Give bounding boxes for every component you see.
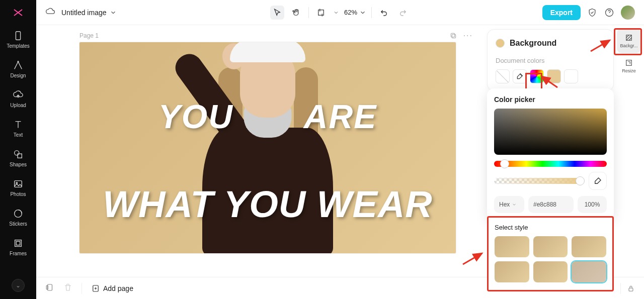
svg-rect-12 — [451, 33, 454, 37]
duplicate-icon[interactable] — [449, 32, 457, 40]
rail-label: Text — [14, 132, 23, 138]
svg-rect-11 — [452, 34, 455, 38]
rail-label: Upload — [10, 103, 26, 108]
lock-icon[interactable] — [627, 284, 635, 292]
style-option-6[interactable] — [572, 261, 606, 282]
svg-point-2 — [15, 151, 19, 155]
chevron-down-icon — [359, 9, 366, 16]
close-icon[interactable]: × — [600, 39, 605, 48]
swatch-color-picker[interactable] — [530, 69, 544, 83]
rail-label: Design — [10, 73, 26, 78]
rail-upload[interactable]: Upload — [0, 84, 36, 114]
chevron-down-icon[interactable] — [333, 10, 339, 16]
top-center-tools: 62% — [270, 6, 410, 20]
canvas-area: Page 1 ··· YOUARE WHAT YOU WEAR — [36, 25, 483, 277]
trash-icon[interactable] — [63, 283, 72, 294]
cloud-sync-icon[interactable] — [45, 7, 55, 19]
panel-title: Background — [510, 39, 556, 48]
undo-button[interactable] — [377, 6, 391, 20]
opacity-value[interactable]: 100% — [578, 196, 607, 213]
chevron-down-icon — [110, 9, 117, 16]
opacity-thumb[interactable] — [576, 176, 585, 185]
rail-photos[interactable]: Photos — [0, 173, 36, 203]
design-canvas[interactable]: YOUARE WHAT YOU WEAR — [79, 42, 456, 253]
style-option-5[interactable] — [533, 261, 568, 282]
separator — [371, 7, 372, 18]
rail-label: Stickers — [9, 221, 27, 227]
color-mode-select[interactable]: Hex — [494, 196, 524, 213]
current-color-swatch — [496, 39, 505, 48]
rail-label: Photos — [10, 191, 26, 197]
svg-rect-8 — [16, 241, 20, 245]
svg-rect-7 — [15, 240, 22, 247]
hue-slider[interactable] — [494, 161, 607, 167]
zoom-level[interactable]: 62% — [344, 9, 366, 16]
rail-stickers[interactable]: Stickers — [0, 203, 36, 233]
export-button[interactable]: Export — [542, 5, 581, 20]
svg-rect-18 — [626, 60, 632, 66]
background-tab[interactable]: Backgr... — [617, 28, 641, 53]
swatch-tan[interactable] — [547, 69, 561, 83]
rail-label: Shapes — [10, 162, 27, 167]
doc-colors-label: Document colors — [496, 57, 605, 64]
svg-rect-14 — [46, 285, 48, 289]
add-page-label: Add page — [103, 284, 133, 292]
pages-thumb-icon[interactable] — [45, 283, 54, 294]
page-tools: ··· — [449, 31, 473, 40]
background-tab-label: Backgr... — [620, 43, 637, 48]
app-logo[interactable] — [0, 0, 36, 25]
svg-rect-9 — [318, 10, 324, 15]
top-right: Export — [542, 5, 635, 20]
cursor-tool[interactable] — [270, 6, 284, 20]
rail-text[interactable]: Text — [0, 114, 36, 144]
svg-rect-4 — [15, 181, 22, 187]
slogan-line2[interactable]: WHAT YOU WEAR — [79, 183, 456, 226]
rail-design[interactable]: Design — [0, 55, 36, 84]
color-picker-popover: Color picker Hex #e8c888 100% — [487, 88, 614, 220]
more-icon[interactable]: ··· — [463, 31, 473, 40]
style-option-3[interactable] — [572, 236, 606, 257]
rail-more[interactable]: ⌄ — [0, 279, 36, 299]
swatch-none[interactable] — [496, 69, 510, 83]
separator — [308, 7, 309, 18]
redo-button[interactable] — [396, 6, 410, 20]
zoom-value: 62% — [344, 9, 357, 16]
document-title-text: Untitled image — [61, 9, 107, 17]
rail-shapes[interactable]: Shapes — [0, 144, 36, 173]
select-style-card: Select style — [487, 216, 614, 291]
style-option-4[interactable] — [495, 261, 529, 282]
opacity-slider[interactable] — [494, 178, 584, 184]
style-option-1[interactable] — [495, 236, 529, 257]
saturation-field[interactable] — [494, 109, 607, 155]
slogan-line1[interactable]: YOUARE — [79, 97, 456, 136]
page-label: Page 1 — [79, 32, 99, 39]
background-panel: Background × Document colors — [487, 29, 614, 91]
doc-colors-row — [496, 69, 605, 83]
svg-rect-0 — [16, 32, 20, 40]
select-style-title: Select style — [495, 224, 606, 231]
left-rail: Templates Design Upload Text Shapes Phot… — [0, 0, 36, 299]
user-avatar[interactable] — [621, 6, 635, 20]
hue-thumb[interactable] — [500, 159, 509, 168]
rail-label: Templates — [7, 43, 30, 49]
swatch-white[interactable] — [564, 69, 578, 83]
topbar: Untitled image 62% Export — [36, 0, 644, 25]
eyedropper-button[interactable] — [589, 172, 607, 190]
style-option-2[interactable] — [533, 236, 568, 257]
svg-rect-16 — [629, 288, 633, 291]
resize-tab[interactable]: Resize — [617, 53, 641, 78]
shield-icon[interactable] — [587, 7, 598, 18]
rail-label: Frames — [10, 251, 27, 256]
rail-frames[interactable]: Frames — [0, 233, 36, 262]
document-title[interactable]: Untitled image — [61, 9, 117, 17]
swatch-eyedropper[interactable] — [513, 69, 527, 83]
property-rail: Backgr... Resize — [614, 25, 644, 85]
resize-tab-label: Resize — [622, 68, 636, 73]
hex-value-input[interactable]: #e8c888 — [528, 196, 574, 213]
help-icon[interactable] — [604, 7, 615, 18]
color-picker-title: Color picker — [494, 95, 607, 104]
add-page-button[interactable]: Add page — [91, 284, 133, 293]
rail-templates[interactable]: Templates — [0, 25, 36, 55]
crop-tool[interactable] — [314, 6, 328, 20]
hand-tool[interactable] — [289, 6, 303, 20]
